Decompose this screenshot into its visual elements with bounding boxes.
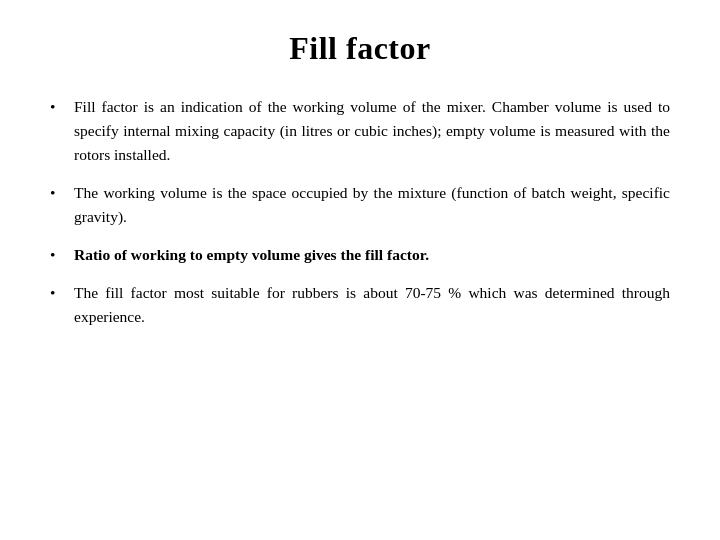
list-item: • Ratio of working to empty volume gives… bbox=[50, 243, 670, 267]
page-title: Fill factor bbox=[289, 30, 430, 67]
bullet-text-3: Ratio of working to empty volume gives t… bbox=[74, 243, 670, 267]
bullet-text-4: The fill factor most suitable for rubber… bbox=[74, 281, 670, 329]
bullet-dot-2: • bbox=[50, 181, 68, 205]
list-item: • Fill factor is an indication of the wo… bbox=[50, 95, 670, 167]
bullet-dot-1: • bbox=[50, 95, 68, 119]
list-item: • The working volume is the space occupi… bbox=[50, 181, 670, 229]
bullet-text-1: Fill factor is an indication of the work… bbox=[74, 95, 670, 167]
bullet-list: • Fill factor is an indication of the wo… bbox=[50, 95, 670, 343]
list-item: • The fill factor most suitable for rubb… bbox=[50, 281, 670, 329]
bullet-dot-4: • bbox=[50, 281, 68, 305]
bullet-dot-3: • bbox=[50, 243, 68, 267]
bullet-text-2: The working volume is the space occupied… bbox=[74, 181, 670, 229]
